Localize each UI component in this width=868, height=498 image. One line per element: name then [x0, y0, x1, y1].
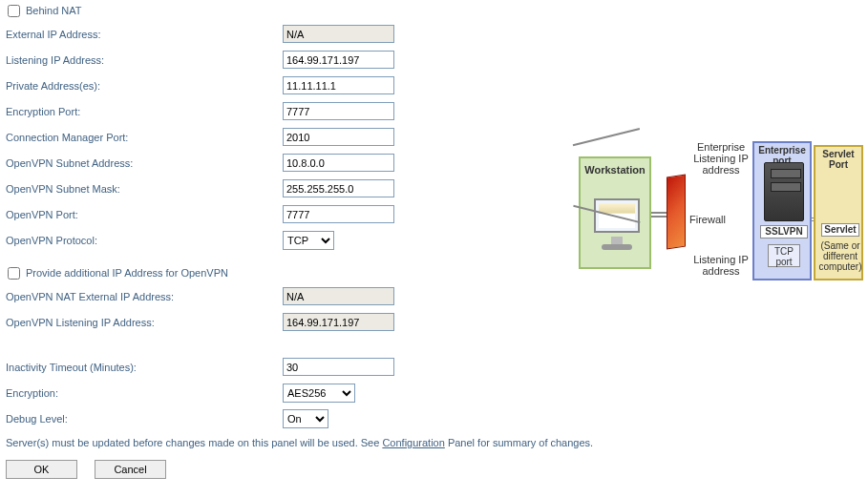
listening-ip-label: Listening IP Address: — [6, 54, 283, 66]
ovpn-listening-ip-field — [283, 313, 394, 331]
inactivity-timeout-field[interactable] — [283, 358, 394, 376]
diagram-enterprise-port: Enterprise port SSLVPN TCP port — [752, 141, 812, 280]
ovpn-nat-ext-ip-field — [283, 287, 394, 305]
external-ip-label: External IP Address: — [6, 29, 283, 40]
external-ip-field — [283, 25, 394, 43]
encryption-port-label: Encryption Port: — [6, 106, 283, 117]
private-addresses-label: Private Address(es): — [6, 80, 283, 92]
update-note: Server(s) must be updated before changes… — [6, 431, 862, 454]
behind-nat-label: Behind NAT — [26, 5, 82, 16]
behind-nat-checkbox[interactable] — [8, 5, 20, 17]
private-addresses-field[interactable] — [283, 76, 394, 94]
diagram-sslvpn-label: SSLVPN — [760, 225, 808, 239]
debug-level-label: Debug Level: — [6, 413, 283, 425]
ovpn-subnet-addr-field[interactable] — [283, 154, 394, 172]
diagram-tcp-port-label: TCP port — [768, 244, 800, 267]
cancel-button[interactable]: Cancel — [95, 460, 166, 479]
behind-nat-row: Behind NAT — [6, 0, 862, 21]
diagram-firewall-label: Firewall — [689, 214, 726, 225]
server-icon — [764, 162, 804, 221]
network-diagram: Workstation Firewall Enterprise Listenin… — [577, 135, 865, 288]
ovpn-port-field[interactable] — [283, 205, 394, 223]
encryption-port-field[interactable] — [283, 102, 394, 120]
ovpn-nat-ext-ip-label: OpenVPN NAT External IP Address: — [6, 291, 283, 302]
provide-additional-label: Provide additional IP Address for OpenVP… — [26, 267, 228, 279]
encryption-select[interactable]: AES256 — [283, 384, 355, 403]
diagram-listening-ip-label: Listening IP address — [688, 254, 754, 277]
ok-button[interactable]: OK — [6, 460, 77, 479]
diagram-enterprise-listening-label: Enterprise Listening IP address — [688, 141, 754, 176]
provide-additional-checkbox[interactable] — [8, 267, 20, 280]
listening-ip-field[interactable] — [283, 51, 394, 69]
ovpn-subnet-mask-label: OpenVPN Subnet Mask: — [6, 183, 283, 195]
ovpn-protocol-label: OpenVPN Protocol: — [6, 235, 283, 246]
inactivity-timeout-label: Inactivity Timeout (Minutes): — [6, 362, 283, 373]
debug-level-select[interactable]: On — [283, 409, 328, 428]
ovpn-subnet-mask-field[interactable] — [283, 179, 394, 197]
diagram-servlet-note: (Same or different computer) — [818, 240, 862, 272]
ovpn-protocol-select[interactable]: TCP — [283, 231, 334, 250]
connmgr-port-field[interactable] — [283, 128, 394, 146]
diagram-servlet-label: Servlet — [821, 223, 859, 237]
ovpn-listening-ip-label: OpenVPN Listening IP Address: — [6, 317, 283, 328]
encryption-label: Encryption: — [6, 387, 283, 399]
firewall-icon — [667, 175, 686, 250]
ovpn-port-label: OpenVPN Port: — [6, 209, 283, 220]
connmgr-port-label: Connection Manager Port: — [6, 132, 283, 143]
ovpn-subnet-addr-label: OpenVPN Subnet Address: — [6, 157, 283, 169]
diagram-servlet-port: Servlet Port Servlet (Same or different … — [814, 145, 863, 280]
configuration-link[interactable]: Configuration — [382, 437, 444, 448]
